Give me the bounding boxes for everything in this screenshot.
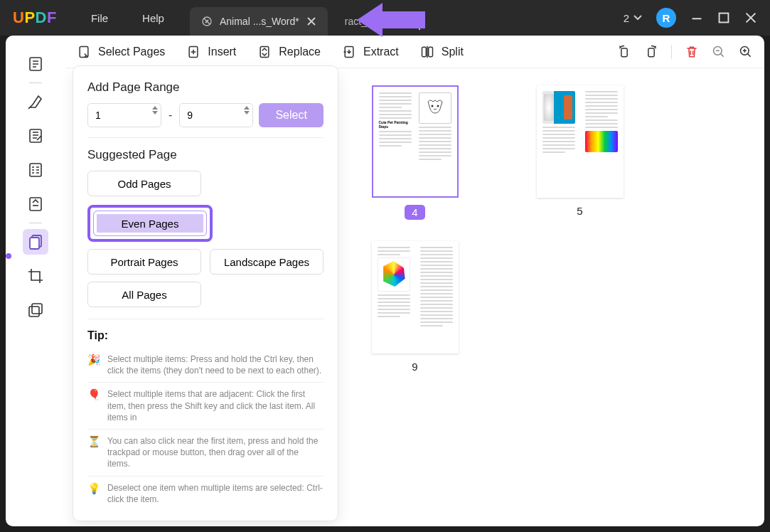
page-range-panel: Add Page Range - Select Suggested Page O… — [73, 65, 338, 521]
left-rail — [6, 36, 65, 526]
rail-reader-icon[interactable] — [23, 51, 48, 77]
rail-active-dot — [6, 253, 11, 259]
thumb-5[interactable]: 5 — [516, 85, 644, 220]
svg-rect-9 — [32, 304, 42, 314]
secondary-toolbar: Select Pages Insert Replace Extract Spli… — [65, 36, 764, 68]
split-button[interactable]: Split — [420, 45, 464, 59]
rotate-left-button[interactable] — [617, 45, 631, 59]
svg-point-20 — [431, 105, 433, 107]
svg-rect-17 — [648, 48, 654, 57]
to-up[interactable] — [244, 106, 250, 110]
tip-icon-balloon: 🎈 — [87, 388, 100, 401]
svg-rect-7 — [30, 238, 39, 249]
thumb-9[interactable]: 9 — [351, 241, 479, 376]
all-pages-chip[interactable]: All Pages — [87, 282, 201, 307]
rail-batch-icon[interactable] — [23, 297, 48, 323]
rail-organize-icon[interactable] — [23, 229, 48, 255]
titlebar: UPDF File Help Animal ...s_Word* ract_Od… — [0, 0, 770, 36]
svg-point-21 — [437, 105, 439, 107]
tips-section: Tip: 🎉Select multiple items: Press and h… — [87, 329, 323, 511]
page-num-5: 5 — [577, 205, 582, 217]
select-pages-icon — [77, 45, 91, 59]
select-button[interactable]: Select — [259, 103, 323, 127]
menu-help[interactable]: Help — [142, 12, 164, 24]
page-num-4: 4 — [405, 205, 424, 220]
chevron-down-icon — [633, 15, 642, 21]
avatar[interactable]: R — [656, 8, 676, 28]
trash-icon — [685, 45, 699, 59]
main-area: Select Pages Insert Replace Extract Spli… — [6, 36, 764, 526]
zoom-out-button[interactable] — [712, 45, 726, 59]
replace-icon — [257, 45, 272, 59]
tab-close-icon[interactable] — [306, 16, 316, 26]
tabs: Animal ...s_Word* ract_Odd — [190, 0, 429, 36]
svg-rect-1 — [720, 14, 729, 23]
odd-pages-chip[interactable]: Odd Pages — [87, 171, 201, 196]
tip-icon-bulb: 💡 — [87, 482, 100, 495]
content: Select Pages Insert Replace Extract Spli… — [65, 36, 764, 526]
landscape-pages-chip[interactable]: Landscape Pages — [210, 249, 323, 275]
add-page-range-heading: Add Page Range — [87, 80, 323, 95]
tab-active-label: Animal ...s_Word* — [220, 16, 299, 27]
from-up[interactable] — [152, 106, 158, 110]
split-label: Split — [442, 46, 464, 58]
rail-form-icon[interactable] — [23, 157, 48, 183]
tab-edit-icon — [201, 16, 213, 27]
portrait-pages-chip[interactable]: Portrait Pages — [87, 249, 201, 275]
app-logo: UPDF — [13, 9, 57, 27]
title-right: 2 R — [624, 8, 770, 28]
extract-icon — [342, 45, 356, 59]
thumb-4[interactable]: Cute Pet Painting Steps 4 — [351, 85, 479, 220]
range-dash: - — [167, 109, 173, 122]
zoom-value: 2 — [624, 12, 629, 24]
menu-file[interactable]: File — [91, 12, 108, 24]
rotate-right-button[interactable] — [644, 45, 658, 59]
insert-button[interactable]: Insert — [186, 45, 236, 59]
replace-label: Replace — [279, 46, 321, 58]
zoom-in-button[interactable] — [739, 45, 753, 59]
zoom-out-icon — [712, 45, 726, 59]
tab-active[interactable]: Animal ...s_Word* — [190, 7, 328, 36]
range-from-input[interactable] — [87, 103, 161, 127]
maximize-button[interactable] — [717, 11, 730, 24]
rail-highlight-icon[interactable] — [23, 89, 48, 115]
rail-sign-icon[interactable] — [23, 191, 48, 217]
split-icon — [420, 45, 434, 59]
tip-4: Deselect one item when multiple items ar… — [107, 482, 323, 505]
from-down[interactable] — [152, 111, 158, 115]
rail-crop-icon[interactable] — [23, 263, 48, 289]
insert-label: Insert — [208, 46, 236, 58]
hdr-steps: Cute Pet Painting Steps — [379, 121, 412, 129]
even-pages-chip[interactable]: Even Pages — [93, 211, 207, 236]
select-pages-label: Select Pages — [98, 46, 165, 58]
svg-rect-3 — [30, 129, 41, 142]
page-num-9: 9 — [412, 361, 417, 373]
extract-button[interactable]: Extract — [342, 45, 399, 59]
tip-3: You can also click near the first item, … — [107, 435, 323, 470]
rotate-right-icon — [644, 45, 658, 59]
rotate-left-icon — [617, 45, 631, 59]
zoom-in-icon — [739, 45, 753, 59]
tip-heading: Tip: — [87, 329, 323, 342]
select-pages-button[interactable]: Select Pages — [77, 45, 165, 59]
close-button[interactable] — [744, 11, 757, 24]
new-tab-button[interactable] — [410, 16, 429, 36]
minimize-button[interactable] — [690, 11, 703, 24]
svg-rect-15 — [428, 47, 432, 56]
range-to-input[interactable] — [179, 103, 253, 127]
extract-label: Extract — [363, 46, 399, 58]
tip-icon-confetti: 🎉 — [87, 353, 100, 366]
tab-inactive-label: ract_Odd — [345, 16, 386, 27]
tab-inactive[interactable]: ract_Odd — [333, 7, 397, 36]
tip-icon-hourglass: ⏳ — [87, 435, 100, 448]
tip-2: Select multiple items that are adjacent:… — [107, 388, 323, 423]
to-down[interactable] — [244, 111, 250, 115]
svg-rect-14 — [422, 47, 426, 56]
delete-button[interactable] — [685, 45, 699, 59]
svg-rect-16 — [621, 48, 627, 57]
rail-comment-icon[interactable] — [23, 123, 48, 149]
zoom-indicator[interactable]: 2 — [624, 12, 642, 24]
suggested-heading: Suggested Page — [87, 148, 323, 162]
insert-icon — [186, 45, 200, 59]
replace-button[interactable]: Replace — [257, 45, 321, 59]
